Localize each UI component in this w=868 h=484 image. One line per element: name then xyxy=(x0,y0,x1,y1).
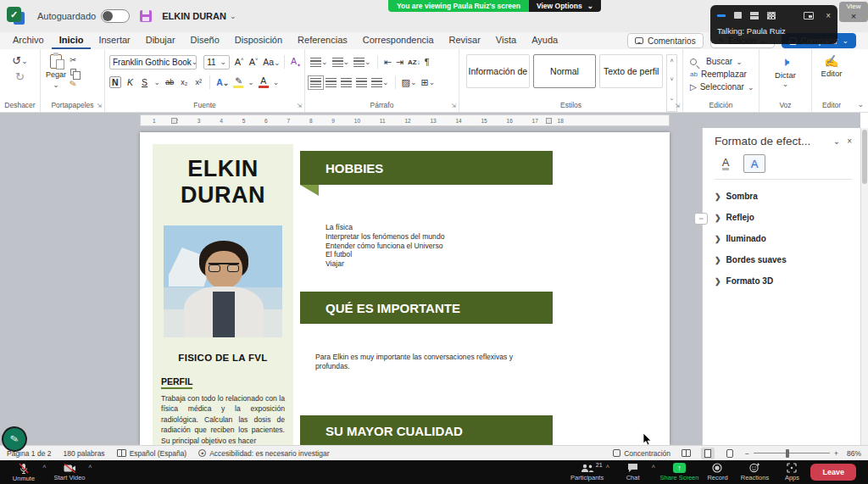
indent-marker-left[interactable] xyxy=(171,118,177,124)
chat-button[interactable]: Chat xyxy=(615,460,652,484)
scroll-up-icon[interactable]: ˄ xyxy=(667,55,676,74)
change-case-button[interactable]: Aa⌄ xyxy=(263,57,278,67)
indent-marker-right[interactable] xyxy=(546,118,552,124)
chevron-down-icon[interactable]: ⌄ xyxy=(248,78,254,86)
share-screen-button[interactable]: ↑ Share Screen xyxy=(660,460,699,484)
view-options-button[interactable]: View Options ⌄ xyxy=(529,0,601,12)
tab-archivo[interactable]: Archivo xyxy=(5,32,52,49)
dialog-launcher-icon[interactable]: ⇲ xyxy=(675,103,680,109)
font-name-combo[interactable]: Franklin Gothic Book⌄ xyxy=(109,55,197,70)
italic-button[interactable]: K xyxy=(125,77,136,87)
bullet-list-button[interactable]: ⌄ xyxy=(310,58,328,67)
redo-button[interactable]: ↻ xyxy=(15,70,25,83)
text-effects-button[interactable]: A⌄ xyxy=(216,77,229,87)
editor-button[interactable]: ✍ Editor xyxy=(812,54,851,78)
highlight-button[interactable]: ✎ xyxy=(233,77,243,88)
dialog-launcher-icon[interactable]: ⇲ xyxy=(451,103,456,109)
line-spacing-button[interactable]: ⌄ xyxy=(371,78,389,87)
sort-button[interactable]: AZ↓ xyxy=(408,58,420,66)
autosave-toggle[interactable] xyxy=(101,9,130,23)
pane-item-sombra[interactable]: ❯Sombra xyxy=(715,192,852,201)
tab-correspondencia[interactable]: Correspondencia xyxy=(355,32,442,49)
justify-button[interactable] xyxy=(356,78,367,87)
borders-button[interactable]: ⊞⌄ xyxy=(421,77,436,88)
format-painter-button[interactable]: ✎ xyxy=(70,79,76,88)
tab-disposicion[interactable]: Disposición xyxy=(227,32,290,49)
chevron-up-icon[interactable]: ˄ xyxy=(42,463,51,470)
style-normal[interactable]: Normal xyxy=(533,54,597,88)
chevron-down-icon[interactable]: ⌄ xyxy=(21,57,28,65)
scroll-down-icon[interactable]: ˅ xyxy=(667,74,676,92)
close-icon[interactable]: × xyxy=(826,11,831,20)
zoom-percentage[interactable]: 86% xyxy=(847,449,861,458)
read-mode-button[interactable] xyxy=(679,448,693,459)
document-page[interactable]: ELKIN DURAN FISICO DE LA FVL PERFIL Trab… xyxy=(140,132,670,445)
align-left-button[interactable] xyxy=(310,78,321,87)
tab-diseno[interactable]: Diseño xyxy=(183,32,227,49)
chevron-up-icon[interactable]: ˄ xyxy=(88,463,97,470)
proofing-status[interactable]: Español (España) xyxy=(117,449,187,458)
chevron-up-icon[interactable]: ˄ xyxy=(652,463,660,470)
web-layout-button[interactable] xyxy=(723,448,737,459)
pane-item-iluminado[interactable]: ❯Iluminado xyxy=(715,234,852,243)
tab-insertar[interactable]: Insertar xyxy=(91,32,137,49)
split-view-icon[interactable] xyxy=(750,12,759,19)
pane-item-reflejo[interactable]: ❯Reflejo xyxy=(715,213,852,222)
word-count[interactable]: 180 palabras xyxy=(63,449,104,458)
print-layout-button[interactable] xyxy=(701,448,715,459)
clear-formatting-button[interactable]: A✦ xyxy=(291,56,301,68)
increase-indent-button[interactable]: ⇥ xyxy=(396,57,403,68)
zoom-view-chip[interactable]: View × xyxy=(839,2,868,22)
tab-ayuda[interactable]: Ayuda xyxy=(524,32,565,49)
pane-item-formato-3d[interactable]: ❯Formato 3D xyxy=(715,276,852,286)
leave-button[interactable]: Leave xyxy=(810,464,856,481)
apps-button[interactable]: Apps xyxy=(773,460,810,484)
shading-button[interactable]: ▨⌄ xyxy=(402,77,417,88)
tab-referencias[interactable]: Referencias xyxy=(290,32,355,49)
shrink-font-button[interactable]: A˅ xyxy=(248,57,259,67)
style-informacion[interactable]: Información de xyxy=(466,54,530,88)
underline-button[interactable]: S xyxy=(140,77,150,87)
style-texto-perfil[interactable]: Texto de perfil xyxy=(599,54,663,88)
tab-inicio[interactable]: Inicio xyxy=(52,32,92,49)
reactions-button[interactable]: Reactions xyxy=(736,460,773,484)
chevron-down-icon[interactable]: ⌄ xyxy=(833,136,840,146)
cut-button[interactable]: ✂ xyxy=(70,55,76,64)
focus-mode-button[interactable]: Concentración xyxy=(613,449,670,458)
numbered-list-button[interactable]: ⌄ xyxy=(332,58,350,67)
tab-vista[interactable]: Vista xyxy=(488,32,524,49)
find-button[interactable]: Buscar⌄ xyxy=(690,55,759,68)
pane-resize-handle[interactable]: ⇔ xyxy=(694,213,708,225)
tab-text-fill-outline[interactable]: A xyxy=(715,154,737,173)
zoom-slider[interactable]: − + xyxy=(745,449,838,458)
font-size-combo[interactable]: 11⌄ xyxy=(203,55,230,70)
zoom-out-icon[interactable]: − xyxy=(745,449,749,458)
unmute-button[interactable]: Unmute xyxy=(5,460,42,484)
font-color-button[interactable]: A xyxy=(259,77,269,88)
comments-button[interactable]: Comentarios xyxy=(627,33,704,48)
record-button[interactable]: Record xyxy=(698,460,736,484)
dialog-launcher-icon[interactable]: ⇲ xyxy=(297,103,302,109)
undo-button[interactable]: ↺⌄ xyxy=(12,54,27,67)
gallery-view-icon[interactable] xyxy=(767,12,776,19)
chevron-down-icon[interactable]: ⌄ xyxy=(273,78,280,86)
superscript-button[interactable]: x² xyxy=(193,78,203,86)
copy-button[interactable] xyxy=(70,67,76,76)
align-right-button[interactable] xyxy=(341,78,352,87)
tab-revisar[interactable]: Revisar xyxy=(442,32,488,49)
horizontal-ruler[interactable]: 1 2 3 4 5 6 7 8 9 10 11 12 13 14 15 16 1… xyxy=(0,113,860,128)
document-title[interactable]: ELKIN DURAN xyxy=(162,11,226,21)
save-icon[interactable] xyxy=(140,10,152,22)
tab-text-effects[interactable]: A xyxy=(743,154,765,173)
start-video-button[interactable]: Start Video xyxy=(51,460,88,484)
replace-button[interactable]: abReemplazar xyxy=(690,68,759,81)
chevron-down-icon[interactable]: ⌄ xyxy=(230,12,236,20)
accessibility-status[interactable]: ✦Accesibilidad: es necesario investigar xyxy=(198,449,329,458)
subscript-button[interactable]: x₂ xyxy=(179,78,189,86)
pip-view-icon[interactable] xyxy=(804,12,814,19)
minimize-icon[interactable] xyxy=(717,14,726,17)
dictate-button[interactable]: 🕨 Dictar ⌄ xyxy=(760,54,811,88)
zoom-thumb[interactable] xyxy=(786,449,789,458)
grow-font-button[interactable]: A˄ xyxy=(234,57,244,67)
dialog-launcher-icon[interactable]: ⇲ xyxy=(97,103,102,109)
